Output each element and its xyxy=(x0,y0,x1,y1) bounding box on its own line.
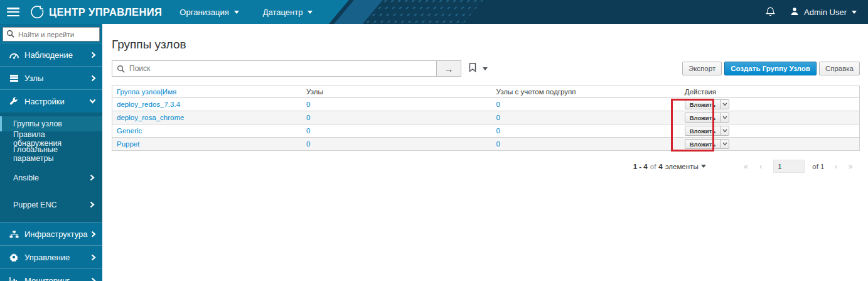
search-icon xyxy=(117,64,125,75)
user-menu[interactable]: Admin User xyxy=(790,7,857,18)
host-groups-table: Группа узлов|Имя Узлы Узлы с учетом подг… xyxy=(112,85,860,151)
chevron-down-icon xyxy=(89,99,96,104)
nest-action-split-button[interactable]: Вложить xyxy=(685,99,730,109)
organization-dropdown[interactable]: Организация xyxy=(179,8,238,17)
sidebar-item-monitor[interactable]: Наблюдение xyxy=(0,43,102,66)
chevron-right-icon xyxy=(91,254,96,261)
page-count-label: of 1 xyxy=(812,163,824,170)
submenu-item-ansible[interactable]: Ansible xyxy=(0,167,102,189)
notifications-bell-icon[interactable] xyxy=(766,6,775,18)
nest-action-split-button[interactable]: Вложить xyxy=(685,113,730,123)
host-group-link[interactable]: deploy_rosa_chrome xyxy=(117,114,184,121)
sidebar-item-hosts[interactable]: Узлы xyxy=(0,66,102,89)
bookmark-icon xyxy=(469,63,476,75)
per-page-dropdown[interactable]: 1 - 4 of 4 элементы xyxy=(633,163,706,170)
prev-page-button[interactable]: ‹ xyxy=(756,162,766,171)
vertical-nav-search-input[interactable] xyxy=(3,27,100,41)
submenu-item-host-groups[interactable]: Группы узлов xyxy=(0,116,102,131)
chevron-down-icon[interactable] xyxy=(720,140,729,148)
bookmark-dropdown[interactable] xyxy=(469,63,488,75)
sidebar-item-monitoring[interactable]: Мониторинг xyxy=(0,268,102,281)
wrench-icon xyxy=(9,97,19,106)
submenu-item-global-parameters[interactable]: Глобальные параметры xyxy=(0,146,102,162)
user-avatar-icon xyxy=(790,7,799,18)
chevron-down-icon[interactable] xyxy=(720,113,729,122)
sidebar-item-administer[interactable]: Управление xyxy=(0,245,102,268)
column-header-actions: Действия xyxy=(680,86,860,98)
page-title: Группы узлов xyxy=(112,38,868,52)
nest-action-split-button[interactable]: Вложить xyxy=(685,126,730,136)
table-row: Generic 0 0 Вложить xyxy=(112,124,860,138)
submenu-item-discovery-rules[interactable]: Правила обнаружения xyxy=(0,131,102,146)
main-content: Группы узлов → Экспорт Соз xyxy=(102,24,868,281)
gear-icon xyxy=(9,253,19,262)
search-submit-button[interactable]: → xyxy=(436,60,461,77)
last-page-button[interactable]: » xyxy=(845,162,857,171)
create-host-group-button[interactable]: Создать Группу Узлов xyxy=(724,62,817,75)
hosts-incl-count-link[interactable]: 0 xyxy=(496,114,500,121)
table-row: Puppet 0 0 Вложить xyxy=(112,138,860,151)
logo-circle-icon xyxy=(29,4,45,19)
column-header-name[interactable]: Группа узлов|Имя xyxy=(117,88,176,96)
hosts-count-link[interactable]: 0 xyxy=(306,101,310,108)
current-page-input[interactable] xyxy=(773,160,805,173)
table-header-row: Группа узлов|Имя Узлы Узлы с учетом подг… xyxy=(112,86,860,98)
sidebar-item-settings[interactable]: Настройки xyxy=(0,89,102,113)
table-row: deploy_redos_7.3.4 0 0 Вложить xyxy=(112,98,860,111)
hosts-incl-count-link[interactable]: 0 xyxy=(496,127,500,135)
nest-action-split-button[interactable]: Вложить xyxy=(685,139,730,149)
chevron-right-icon xyxy=(91,52,96,58)
bar-chart-icon xyxy=(9,277,19,281)
column-header-hosts-incl: Узлы с учетом подгрупп xyxy=(492,86,680,98)
server-icon xyxy=(9,74,19,82)
chevron-down-icon xyxy=(234,11,239,14)
chevron-right-icon xyxy=(91,277,96,281)
chevron-down-icon xyxy=(852,11,857,14)
brand-logo[interactable]: ЦЕНТР УПРАВЛЕНИЯ xyxy=(29,4,162,19)
chevron-right-icon xyxy=(90,201,95,208)
sidebar-item-infrastructure[interactable]: Инфраструктура xyxy=(0,222,102,245)
user-name: Admin User xyxy=(804,8,847,17)
sitemap-icon xyxy=(9,230,19,238)
next-page-button[interactable]: › xyxy=(830,162,840,171)
sidebar-nav: Наблюдение Узлы Настройки xyxy=(0,24,102,281)
chevron-down-icon xyxy=(483,67,488,70)
search-icon xyxy=(6,30,14,40)
settings-submenu: Группы узлов Правила обнаружения Глобаль… xyxy=(0,113,102,222)
chevron-down-icon[interactable] xyxy=(720,100,729,109)
export-button[interactable]: Экспорт xyxy=(682,62,722,75)
chevron-down-icon xyxy=(701,165,706,168)
hosts-incl-count-link[interactable]: 0 xyxy=(496,101,500,108)
tachometer-icon xyxy=(9,51,19,59)
chevron-right-icon xyxy=(91,75,96,82)
top-navbar: ЦЕНТР УПРАВЛЕНИЯ Организация Датацентр A… xyxy=(0,0,868,24)
host-group-link[interactable]: deploy_redos_7.3.4 xyxy=(117,101,180,108)
hosts-count-link[interactable]: 0 xyxy=(306,114,310,121)
hamburger-menu-icon[interactable] xyxy=(7,8,19,16)
table-row: deploy_rosa_chrome 0 0 Вложить xyxy=(112,111,860,124)
pagination-bar: 1 - 4 of 4 элементы « ‹ of 1 › » xyxy=(102,160,857,173)
hosts-count-link[interactable]: 0 xyxy=(306,127,310,135)
column-header-hosts: Узлы xyxy=(302,86,492,98)
app-title: ЦЕНТР УПРАВЛЕНИЯ xyxy=(49,6,162,18)
host-group-link[interactable]: Puppet xyxy=(117,140,139,148)
hosts-count-link[interactable]: 0 xyxy=(306,140,310,148)
chevron-down-icon[interactable] xyxy=(720,126,729,135)
submenu-item-puppet-enc[interactable]: Puppet ENC xyxy=(0,194,102,216)
chevron-down-icon xyxy=(308,11,313,14)
first-page-button[interactable]: « xyxy=(740,162,752,171)
hosts-incl-count-link[interactable]: 0 xyxy=(496,140,500,148)
host-group-link[interactable]: Generic xyxy=(117,127,142,135)
help-button[interactable]: Справка xyxy=(819,62,860,75)
chevron-right-icon xyxy=(90,174,95,181)
chevron-right-icon xyxy=(91,231,96,238)
table-search-input[interactable] xyxy=(112,60,436,77)
datacenter-dropdown[interactable]: Датацентр xyxy=(263,8,313,17)
